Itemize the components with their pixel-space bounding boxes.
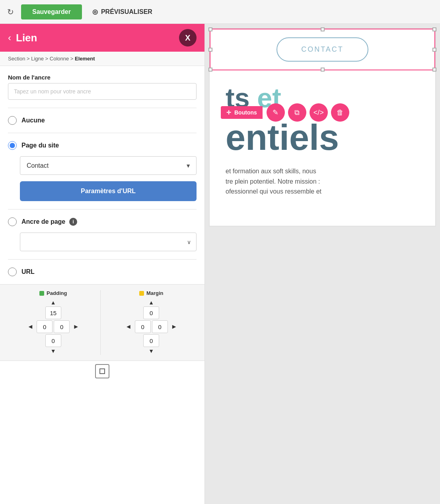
padding-top-increase[interactable]: ▲: [48, 299, 58, 306]
ancre-row: Ancre de page i: [21, 218, 77, 226]
handle-bottom-left[interactable]: [208, 68, 212, 72]
radio-none-label: Aucune: [21, 117, 45, 124]
canvas-inner: CONTACT ✛ Boutons ✎ ⧉ </>: [209, 28, 436, 227]
panel-header: ‹ Lien X: [0, 24, 204, 52]
padding-title: Padding: [39, 290, 67, 296]
toolbar-label: ✛ Boutons: [221, 106, 263, 119]
handle-middle-right[interactable]: [432, 48, 436, 52]
edit-button[interactable]: ✎: [267, 103, 285, 122]
preview-label: PRÉVISUALISER: [101, 8, 152, 16]
panel-back-button[interactable]: ‹: [8, 32, 11, 43]
breadcrumb-prefix: Section > Ligne > Colonne >: [8, 56, 75, 62]
refresh-button[interactable]: ↻: [5, 5, 16, 19]
padding-bottom-value: 0: [45, 334, 61, 347]
top-bar: ↻ Sauvegarder ◎ PRÉVISUALISER: [0, 0, 440, 24]
info-icon[interactable]: i: [69, 218, 77, 226]
radio-page-anchor[interactable]: [8, 217, 17, 226]
handle-top-left[interactable]: [208, 27, 212, 31]
radio-option-page-anchor[interactable]: Ancre de page i: [8, 217, 197, 226]
radio-site-page[interactable]: [8, 141, 17, 150]
page-dropdown-wrapper: Contact ▼: [20, 156, 197, 175]
url-params-button[interactable]: Paramètres d'URL: [20, 181, 197, 201]
duplicate-button[interactable]: ⧉: [288, 103, 306, 122]
margin-title: Margin: [139, 290, 164, 296]
panel-close-button[interactable]: X: [179, 29, 197, 47]
padding-row: ◄ 15 0 0 0 ►: [25, 306, 81, 347]
margin-bottom-decrease[interactable]: ▼: [146, 347, 156, 355]
anchor-name-label: Nom de l'ancre: [8, 74, 197, 81]
divider-3: [8, 209, 197, 209]
radio-page-anchor-label: Ancre de page: [21, 218, 65, 225]
margin-row: ◄ 0 0 0 0 ►: [124, 306, 179, 347]
main-area: ‹ Lien X Section > Ligne > Colonne > Ele…: [0, 24, 440, 504]
margin-left-value: 0: [135, 320, 151, 333]
padding-left-decrease[interactable]: ◄: [25, 323, 35, 330]
divider-4: [8, 259, 197, 260]
left-panel: ‹ Lien X Section > Ligne > Colonne > Ele…: [0, 24, 205, 504]
padding-top-value: 15: [45, 306, 61, 319]
padding-values: 15 0 0 0: [37, 306, 70, 347]
radio-option-url[interactable]: URL: [8, 268, 197, 276]
radio-option-none[interactable]: Aucune: [8, 116, 197, 125]
contact-button-display: CONTACT: [276, 37, 368, 62]
padding-right-value: 0: [54, 320, 70, 333]
handle-bottom-middle[interactable]: [321, 68, 325, 72]
margin-color-dot: [139, 291, 144, 296]
preview-eye-icon: ◎: [92, 8, 98, 16]
margin-label: Margin: [146, 290, 164, 296]
breadcrumb: Section > Ligne > Colonne > Element: [0, 52, 204, 66]
padding-right-increase[interactable]: ►: [71, 323, 81, 330]
handle-bottom-right[interactable]: [432, 68, 436, 72]
handle-top-middle[interactable]: [321, 27, 325, 31]
padding-color-dot: [39, 291, 44, 296]
margin-top-value: 0: [143, 306, 159, 319]
handle-middle-left[interactable]: [208, 48, 212, 52]
bg-text-body: et formation aux soft skills, nous tre p…: [210, 158, 435, 205]
save-button[interactable]: Sauvegarder: [21, 4, 82, 19]
top-bar-left: ↻ Sauvegarder ◎ PRÉVISUALISER: [5, 4, 158, 19]
page-dropdown[interactable]: Contact: [20, 156, 197, 175]
radio-site-page-label: Page du site: [21, 142, 59, 149]
anchor-name-input[interactable]: [8, 83, 197, 100]
margin-right-increase[interactable]: ►: [169, 323, 179, 330]
bottom-square-icon: [95, 364, 109, 378]
margin-section: Margin ▲ ◄ 0 0 0 0 ► ▼: [100, 290, 199, 355]
padding-bottom-decrease[interactable]: ▼: [48, 347, 58, 355]
trash-icon: 🗑: [337, 109, 344, 117]
radio-url-label: URL: [21, 268, 35, 275]
margin-left-decrease[interactable]: ◄: [124, 323, 133, 330]
margin-values: 0 0 0 0: [135, 306, 168, 347]
copy-icon: ⧉: [294, 109, 300, 117]
margin-bottom-value: 0: [143, 334, 159, 347]
bottom-icon-bar: [0, 361, 204, 382]
radio-none[interactable]: [8, 116, 17, 125]
padding-margin-controls: Padding ▲ ◄ 15 0 0 0 ► ▼: [0, 284, 204, 361]
ancre-dropdown-wrapper: ∨: [20, 233, 197, 251]
padding-middle-row: 0 0: [37, 320, 70, 333]
breadcrumb-current: Element: [75, 56, 95, 62]
back-arrow-icon: ‹: [8, 32, 11, 43]
code-button[interactable]: </>: [310, 103, 328, 122]
ancre-dropdown[interactable]: [20, 233, 197, 251]
pencil-icon: ✎: [273, 108, 278, 117]
padding-left-value: 0: [37, 320, 53, 333]
margin-top-increase[interactable]: ▲: [146, 299, 156, 306]
divider-2: [8, 133, 197, 133]
anchor-name-section: Nom de l'ancre: [8, 74, 197, 100]
padding-section: Padding ▲ ◄ 15 0 0 0 ► ▼: [6, 290, 100, 355]
svg-rect-0: [100, 369, 105, 374]
panel-content: Nom de l'ancre Aucune Page du site Conta…: [0, 66, 204, 284]
radio-url[interactable]: [8, 268, 17, 276]
contact-element-wrapper[interactable]: CONTACT: [210, 29, 435, 70]
canvas-area: CONTACT ✛ Boutons ✎ ⧉ </>: [205, 24, 440, 504]
handle-top-right[interactable]: [432, 27, 436, 31]
divider-1: [8, 108, 197, 108]
preview-button[interactable]: ◎ PRÉVISUALISER: [87, 5, 158, 19]
radio-option-site-page[interactable]: Page du site: [8, 141, 197, 150]
margin-middle-row: 0 0: [135, 320, 168, 333]
toolbar-label-text: Boutons: [234, 109, 257, 116]
margin-right-value: 0: [152, 320, 168, 333]
delete-button[interactable]: 🗑: [331, 103, 349, 122]
toolbar-actions: ✎ ⧉ </> 🗑: [267, 103, 349, 122]
refresh-icon: ↻: [7, 8, 14, 16]
